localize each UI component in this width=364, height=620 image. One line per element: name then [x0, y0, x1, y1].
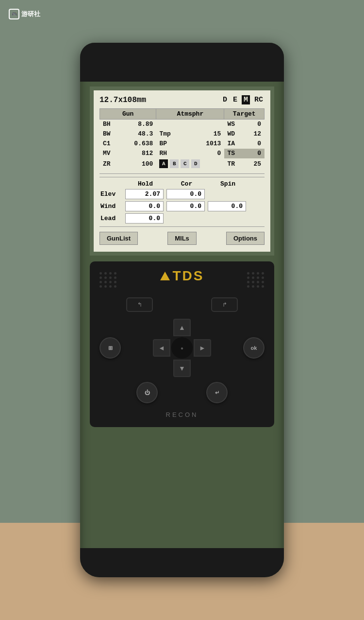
tmp-label[interactable]: Tmp	[156, 129, 187, 139]
lead-label: Lead	[99, 215, 124, 222]
table-row: C1 0.638 BP 1013 IA 0	[100, 139, 265, 149]
results-section: Hold Cor Spin Elev 2.07 0.0 Wind 0.0 0.0…	[99, 177, 265, 224]
ok-key[interactable]: ok	[243, 337, 265, 359]
elev-cor[interactable]: 0.0	[166, 189, 205, 199]
ia-label[interactable]: IA	[224, 139, 244, 149]
win-icon: ⊞	[108, 345, 113, 351]
tgt-header: Target	[224, 109, 265, 120]
tr-value[interactable]: 25	[244, 158, 264, 170]
power-key[interactable]: ⏻	[136, 382, 158, 403]
elev-row: Elev 2.07 0.0	[99, 189, 265, 199]
power-icon: ⏻	[145, 390, 150, 396]
wind-row: Wind 0.0 0.0 0.0	[99, 201, 265, 211]
results-hold-header: Hold	[125, 180, 166, 188]
watermark-text: 游研社	[21, 10, 40, 18]
speaker-right	[247, 272, 265, 288]
dpad-down[interactable]: ▼	[173, 360, 191, 377]
gunlist-button[interactable]: GunList	[99, 232, 138, 245]
win-key[interactable]: ⊞	[99, 337, 121, 359]
zr-label[interactable]: ZR	[100, 158, 120, 170]
results-cor-header: Cor	[166, 180, 207, 188]
options-button[interactable]: Options	[226, 232, 265, 245]
atm-header: Atmsphr	[156, 109, 224, 120]
screen-header: 12.7x108mm D E M RC	[99, 95, 265, 104]
bp-value[interactable]: 1013	[187, 139, 224, 149]
ammo-type[interactable]: 12.7x108mm	[99, 96, 146, 104]
bw-value[interactable]: 48.3	[120, 129, 156, 139]
top-keys-row: ↰ ↱	[99, 297, 265, 312]
zr-btn-b[interactable]: B	[170, 159, 179, 168]
screen: 12.7x108mm D E M RC Gun Atmsphr Target	[94, 90, 270, 252]
dpad-up[interactable]: ▲	[173, 319, 191, 336]
mode-d[interactable]: D	[221, 95, 229, 104]
mode-selector: D E M RC	[221, 95, 265, 104]
screen-container: 12.7x108mm D E M RC Gun Atmsphr Target	[90, 86, 274, 256]
wd-value[interactable]: 12	[244, 129, 264, 139]
enter-key[interactable]: ↵	[206, 382, 228, 403]
elev-spin	[208, 193, 246, 195]
tmp-value[interactable]: 15	[187, 129, 224, 139]
dpad-left[interactable]: ◄	[153, 339, 170, 357]
ok-label: ok	[251, 345, 257, 351]
device-body: 12.7x108mm D E M RC Gun Atmsphr Target	[80, 43, 284, 577]
results-spin-header: Spin	[207, 180, 248, 188]
wind-cor[interactable]: 0.0	[166, 201, 205, 211]
bp-label[interactable]: BP	[156, 139, 187, 149]
c1-value[interactable]: 0.638	[120, 139, 156, 149]
tr-label[interactable]: TR	[224, 158, 244, 170]
dpad-right[interactable]: ►	[194, 339, 211, 357]
zr-value[interactable]: 100	[120, 158, 156, 170]
table-row: BW 48.3 Tmp 15 WD 12	[100, 129, 265, 139]
bottom-keys-row: ⏻ ↵	[99, 382, 265, 403]
zr-btn-a[interactable]: A	[159, 159, 168, 168]
dpad: ▲ ▼ ◄ ► ●	[153, 319, 211, 377]
dpad-center[interactable]: ●	[171, 337, 193, 359]
tds-text: TDS	[173, 268, 204, 284]
ws-value[interactable]: 0	[244, 120, 264, 129]
mv-label[interactable]: MV	[100, 149, 120, 158]
top-bumper	[80, 43, 284, 82]
bottom-bumper	[80, 548, 284, 577]
wind-spin[interactable]: 0.0	[208, 201, 246, 211]
bw-label[interactable]: BW	[100, 129, 120, 139]
zr-btn-d[interactable]: D	[191, 159, 200, 168]
lead-spin	[208, 218, 246, 220]
c1-label[interactable]: C1	[100, 139, 120, 149]
zr-btn-c[interactable]: C	[181, 159, 189, 168]
wd-label[interactable]: WD	[224, 129, 244, 139]
lead-cor	[166, 218, 205, 220]
keypad-area: TDS ↰ ↱ ⊞ ▲ ▼ ◄	[90, 261, 274, 427]
wind-hold[interactable]: 0.0	[125, 201, 164, 211]
mode-rc[interactable]: RC	[253, 95, 265, 104]
rh-value[interactable]: 0	[187, 149, 224, 158]
top-right-key[interactable]: ↱	[211, 297, 238, 312]
rh-label[interactable]: RH	[156, 149, 187, 158]
ia-value[interactable]: 0	[244, 139, 264, 149]
tds-logo: TDS	[160, 268, 204, 284]
watermark-icon: 🎮	[9, 9, 19, 19]
ts-label[interactable]: TS	[224, 149, 244, 158]
bottom-buttons: GunList MILs Options	[99, 232, 265, 245]
mv-value[interactable]: 812	[120, 149, 156, 158]
gun-header: Gun	[100, 109, 156, 120]
top-left-key[interactable]: ↰	[126, 297, 153, 312]
ws-label[interactable]: WS	[224, 120, 244, 129]
speaker-left	[99, 272, 117, 288]
table-row: BH 8.89 WS 0	[100, 120, 265, 129]
recon-label: RECON	[166, 411, 199, 418]
separator2	[99, 226, 265, 227]
ts-value[interactable]: 0	[244, 149, 264, 158]
mode-e[interactable]: E	[232, 95, 239, 104]
results-headers: Hold Cor Spin	[99, 180, 265, 188]
lead-row: Lead 0.0	[99, 213, 265, 224]
table-row: MV 812 RH 0 TS 0	[100, 149, 265, 158]
lead-hold[interactable]: 0.0	[125, 213, 164, 224]
mils-button[interactable]: MILs	[167, 232, 197, 245]
bh-label[interactable]: BH	[100, 120, 120, 129]
zr-buttons: A B C D	[159, 159, 221, 168]
elev-hold[interactable]: 2.07	[125, 189, 164, 199]
mode-m[interactable]: M	[242, 95, 250, 104]
elev-label: Elev	[99, 190, 124, 198]
bh-value[interactable]: 8.89	[120, 120, 156, 129]
tds-triangle	[160, 272, 170, 280]
